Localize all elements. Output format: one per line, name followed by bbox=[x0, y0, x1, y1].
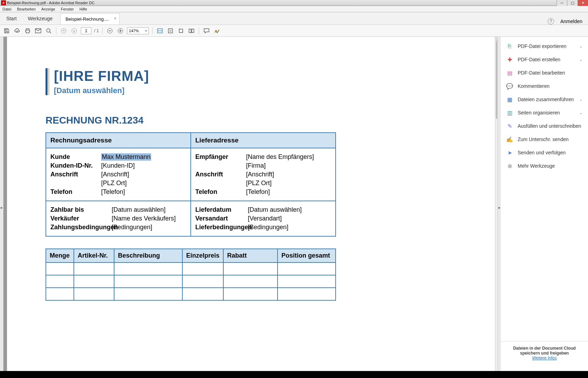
col-discount: Rabatt bbox=[223, 249, 278, 262]
tool-export-pdf[interactable]: ⎘PDF-Datei exportieren⌄ bbox=[501, 40, 588, 53]
zoom-out-icon[interactable] bbox=[106, 27, 114, 35]
tab-tools[interactable]: Werkzeuge bbox=[22, 13, 58, 24]
comment-icon[interactable] bbox=[203, 27, 210, 35]
terms-right-cell: Lieferdatum[Datum auswählen] Versandart[… bbox=[191, 201, 336, 236]
titlebar: A Beispiel-Rechnung.pdf - Adobe Acrobat … bbox=[0, 0, 588, 6]
shipping-cell: Empfänger[Name des Empfängers] [Firma] A… bbox=[191, 148, 336, 201]
help-icon[interactable]: ? bbox=[548, 18, 554, 24]
page-up-icon[interactable] bbox=[60, 27, 68, 35]
save-icon[interactable] bbox=[3, 27, 10, 35]
document-page: [IHRE FIRMA] [Datum auswählen] RECHNUNG … bbox=[7, 37, 495, 378]
letterhead: [IHRE FIRMA] [Datum auswählen] bbox=[46, 68, 456, 95]
date-select: [Datum auswählen] bbox=[54, 86, 456, 95]
menu-hilfe[interactable]: Hilfe bbox=[78, 7, 88, 12]
tool-more[interactable]: ⊕Mehr Werkzeuge bbox=[501, 159, 588, 173]
terms-left-cell: Zahlbar bis[Datum auswählen] Verkäufer[N… bbox=[46, 201, 191, 236]
chevron-down-icon: ⌄ bbox=[579, 57, 582, 62]
footer-text: Dateien in der Document Cloud speichern … bbox=[504, 346, 584, 356]
menu-anzeige[interactable]: Anzeige bbox=[40, 7, 56, 12]
tool-comment[interactable]: 💬Kommentieren bbox=[501, 79, 588, 93]
zoom-in-icon[interactable] bbox=[117, 27, 124, 35]
sign-icon[interactable] bbox=[213, 27, 221, 35]
fit-width-icon[interactable] bbox=[156, 27, 164, 35]
tool-organize[interactable]: ▥Seiten organisieren⌄ bbox=[501, 106, 588, 119]
taskbar bbox=[0, 371, 588, 378]
tool-send-track[interactable]: ➤Senden und verfolgen bbox=[501, 146, 588, 159]
toolbar: / 1 147% bbox=[0, 25, 588, 37]
tool-fill-sign[interactable]: ✎Ausfüllen und unterschreiben bbox=[501, 119, 588, 133]
billing-cell: KundeMax Mustermann Kunden-ID-Nr.[Kunden… bbox=[46, 148, 191, 201]
zoom-select[interactable]: 147% bbox=[127, 27, 149, 34]
tool-combine[interactable]: ▦Dateien zusammenführen⌄ bbox=[501, 93, 588, 106]
signin-button[interactable]: Anmelden bbox=[560, 19, 582, 24]
app-icon: A bbox=[1, 0, 6, 5]
shipping-header: Lieferadresse bbox=[191, 133, 336, 148]
table-row bbox=[46, 288, 336, 300]
chevron-down-icon: ⌄ bbox=[579, 97, 582, 102]
edit-icon: ▤ bbox=[506, 70, 513, 76]
menu-datei[interactable]: Datei bbox=[1, 7, 13, 12]
export-icon: ⎘ bbox=[506, 43, 513, 49]
page-input[interactable] bbox=[81, 27, 91, 34]
right-panel-handle[interactable]: ▸ bbox=[497, 37, 501, 378]
tool-edit-pdf[interactable]: ▤PDF-Datei bearbeiten bbox=[501, 66, 588, 79]
tool-create-pdf[interactable]: ✚PDF-Datei erstellen⌄ bbox=[501, 53, 588, 66]
customer-name-value[interactable]: Max Mustermann bbox=[101, 153, 151, 161]
sign-icon: ✎ bbox=[506, 123, 513, 129]
send-sign-icon: ✍ bbox=[506, 136, 513, 142]
search-icon[interactable] bbox=[45, 27, 52, 35]
billing-header: Rechnungsadresse bbox=[46, 133, 191, 148]
create-icon: ✚ bbox=[506, 56, 513, 63]
menubar: Datei Bearbeiten Anzeige Fenster Hilfe bbox=[0, 6, 588, 12]
col-price: Einzelpreis bbox=[182, 249, 223, 262]
fit-page-icon[interactable] bbox=[167, 27, 174, 35]
tab-close-icon[interactable]: × bbox=[114, 16, 117, 21]
page-down-icon[interactable] bbox=[70, 27, 78, 35]
menu-bearbeiten[interactable]: Bearbeiten bbox=[16, 7, 37, 12]
svg-point-1 bbox=[61, 28, 66, 33]
main: ▸ [IHRE FIRMA] [Datum auswählen] RECHNUN… bbox=[0, 37, 588, 378]
col-total: Position gesamt bbox=[278, 249, 336, 262]
window-title: Beispiel-Rechnung.pdf - Adobe Acrobat Re… bbox=[7, 1, 94, 5]
menu-fenster[interactable]: Fenster bbox=[60, 7, 75, 12]
cloud-icon[interactable] bbox=[13, 27, 21, 35]
address-table: Rechnungsadresse Lieferadresse KundeMax … bbox=[46, 132, 336, 237]
chevron-down-icon: ⌄ bbox=[579, 44, 582, 49]
rotate-icon[interactable] bbox=[177, 27, 185, 35]
combine-icon: ▦ bbox=[506, 96, 513, 103]
tabstrip: Start Werkzeuge Beispiel-Rechnung.... × … bbox=[0, 12, 588, 25]
plus-icon: ⊕ bbox=[506, 163, 513, 169]
invoice-title: RECHNUNG NR.1234 bbox=[46, 115, 456, 126]
send-track-icon: ➤ bbox=[506, 149, 513, 156]
company-name: [IHRE FIRMA] bbox=[54, 68, 456, 84]
page-count: / 1 bbox=[94, 28, 99, 33]
col-qty: Menge bbox=[46, 249, 74, 262]
document-area: [IHRE FIRMA] [Datum auswählen] RECHNUNG … bbox=[4, 37, 500, 378]
mail-icon[interactable] bbox=[34, 27, 42, 35]
tool-send-sign[interactable]: ✍Zum Unterschr. senden bbox=[501, 133, 588, 146]
print-icon[interactable] bbox=[24, 27, 31, 35]
organize-icon: ▥ bbox=[506, 110, 513, 116]
comment-icon: 💬 bbox=[506, 83, 513, 89]
table-row bbox=[46, 275, 336, 288]
close-button[interactable]: ✕ bbox=[578, 0, 588, 6]
maximize-button[interactable]: ▢ bbox=[567, 0, 578, 6]
items-table: Menge Artikel-Nr. Beschreibung Einzelpre… bbox=[46, 248, 336, 301]
tab-start[interactable]: Start bbox=[1, 13, 22, 24]
minimize-button[interactable]: ─ bbox=[556, 0, 567, 6]
col-sku: Artikel-Nr. bbox=[74, 249, 114, 262]
left-panel-handle[interactable]: ▸ bbox=[0, 37, 4, 378]
read-mode-icon[interactable] bbox=[188, 27, 195, 35]
col-desc: Beschreibung bbox=[114, 249, 182, 262]
tools-panel: ▸ ⎘PDF-Datei exportieren⌄ ✚PDF-Datei ers… bbox=[500, 37, 588, 378]
svg-point-2 bbox=[72, 28, 77, 33]
footer-link[interactable]: Weitere Infos bbox=[532, 356, 556, 360]
tab-document[interactable]: Beispiel-Rechnung.... × bbox=[60, 13, 120, 24]
tab-document-label: Beispiel-Rechnung.... bbox=[65, 16, 109, 22]
chevron-down-icon: ⌄ bbox=[579, 111, 582, 115]
table-row bbox=[46, 262, 336, 275]
svg-point-0 bbox=[47, 29, 50, 32]
